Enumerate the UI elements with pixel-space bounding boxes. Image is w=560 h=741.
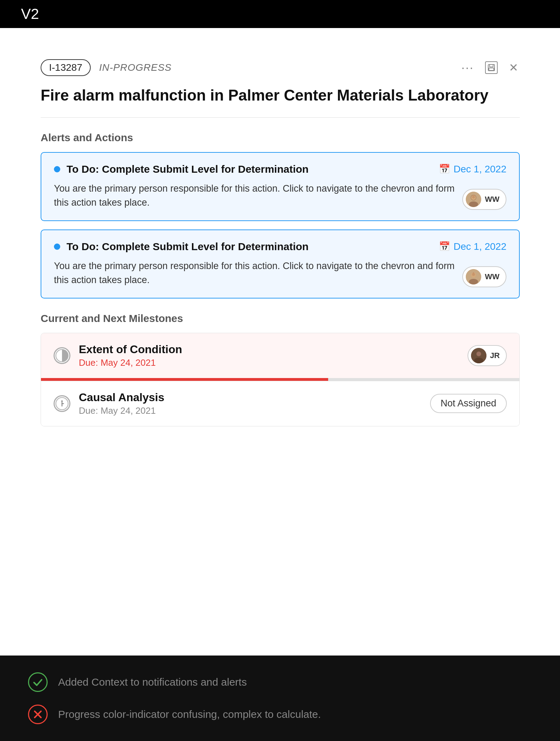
milestone-left-1: Extent of Condition Due: May 24, 2021 [54, 343, 182, 368]
milestone-row-2[interactable]: Causal Analysis Due: May 24, 2021 Not As… [41, 381, 519, 426]
alerts-section-title: Alerts and Actions [41, 132, 520, 144]
assignee-pill-1[interactable]: WW [462, 189, 506, 210]
svg-rect-2 [489, 68, 494, 70]
svg-rect-1 [490, 64, 493, 67]
avatar-initials-jr: JR [490, 351, 500, 360]
alert-body-2: You are the primary person responsible f… [54, 259, 455, 287]
feedback-row-2: Progress color-indicator confusing, comp… [28, 705, 532, 724]
version-label: V2 [21, 6, 39, 22]
milestone-row-1[interactable]: Extent of Condition Due: May 24, 2021 [41, 333, 519, 378]
assignee-jr-pill[interactable]: JR [468, 345, 507, 366]
close-button[interactable] [507, 60, 520, 76]
avatar-initials-1: WW [485, 195, 499, 204]
feedback-text-2: Progress color-indicator confusing, comp… [58, 708, 321, 720]
alert-title-row-2: To Do: Complete Submit Level for Determi… [54, 241, 309, 253]
blue-dot-2 [54, 243, 60, 250]
alert-title-row-1: To Do: Complete Submit Level for Determi… [54, 163, 309, 175]
dots-icon [461, 60, 474, 75]
milestones-card: Extent of Condition Due: May 24, 2021 [41, 333, 520, 426]
milestone-name-2: Causal Analysis [79, 391, 164, 404]
title-divider [41, 117, 520, 118]
svg-point-14 [477, 352, 481, 356]
blue-dot-1 [54, 166, 60, 172]
milestone-icon-1 [54, 347, 70, 364]
milestones-section-title: Current and Next Milestones [41, 313, 520, 324]
milestone-due-2: Due: May 24, 2021 [79, 405, 164, 416]
alert-title-1: To Do: Complete Submit Level for Determi… [67, 163, 309, 175]
page-wrapper: V2 I-13287 IN-PROGRESS [0, 0, 560, 741]
alert-top-row-2: To Do: Complete Submit Level for Determi… [54, 241, 506, 253]
not-assigned-label: Not Assigned [441, 398, 496, 409]
svg-point-16 [61, 400, 63, 402]
milestones-section: Current and Next Milestones [41, 313, 520, 426]
feedback-row-1: Added Context to notifications and alert… [28, 672, 532, 692]
alert-top-row-1: To Do: Complete Submit Level for Determi… [54, 163, 506, 175]
error-icon [28, 705, 48, 724]
alert-date-text-2: Dec 1, 2022 [454, 241, 506, 252]
success-icon [28, 672, 48, 692]
milestone-info-2: Causal Analysis Due: May 24, 2021 [79, 391, 164, 416]
calendar-icon-2: 📅 [439, 241, 450, 252]
more-options-button[interactable] [460, 59, 475, 76]
alert-card-2[interactable]: To Do: Complete Submit Level for Determi… [41, 229, 520, 299]
alert-body-1: You are the primary person responsible f… [54, 181, 455, 210]
alert-date-text-1: Dec 1, 2022 [454, 164, 506, 175]
header-left: I-13287 IN-PROGRESS [41, 59, 172, 76]
svg-point-13 [474, 358, 483, 363]
header-right [460, 59, 520, 76]
milestone-info-1: Extent of Condition Due: May 24, 2021 [79, 343, 182, 368]
alert-date-2: 📅 Dec 1, 2022 [439, 241, 506, 252]
main-card: I-13287 IN-PROGRESS [21, 42, 539, 447]
svg-point-5 [469, 201, 478, 207]
milestone-icon-2 [54, 395, 70, 412]
assignee-pill-2[interactable]: WW [462, 266, 506, 287]
ticket-id-badge: I-13287 [41, 59, 91, 76]
milestone-left-2: Causal Analysis Due: May 24, 2021 [54, 391, 164, 416]
card-header: I-13287 IN-PROGRESS [41, 59, 520, 76]
avatar-jr-img [471, 348, 486, 363]
alert-bottom-row-2: You are the primary person responsible f… [54, 259, 506, 287]
avatar-initials-2: WW [485, 272, 499, 281]
close-icon [509, 61, 518, 74]
status-label: IN-PROGRESS [99, 62, 172, 73]
milestone-name-1: Extent of Condition [79, 343, 182, 356]
svg-point-9 [469, 279, 478, 284]
alert-date-1: 📅 Dec 1, 2022 [439, 164, 506, 175]
alert-card-1[interactable]: To Do: Complete Submit Level for Determi… [41, 152, 520, 221]
calendar-icon-1: 📅 [439, 164, 450, 174]
save-icon [485, 61, 498, 74]
alert-title-2: To Do: Complete Submit Level for Determi… [67, 241, 309, 253]
feedback-text-1: Added Context to notifications and alert… [58, 676, 247, 688]
card-title: Fire alarm malfunction in Palmer Center … [41, 86, 520, 105]
not-assigned-pill[interactable]: Not Assigned [430, 394, 507, 413]
save-button[interactable] [484, 60, 499, 75]
top-bar: V2 [0, 0, 560, 28]
progress-bar-fill-1 [41, 378, 328, 381]
avatar-img-2 [466, 269, 481, 284]
avatar-img-1 [466, 192, 481, 207]
progress-bar-container-1 [41, 378, 519, 381]
alert-bottom-row-1: You are the primary person responsible f… [54, 181, 506, 210]
milestone-due-1: Due: May 24, 2021 [79, 357, 182, 368]
bottom-bar: Added Context to notifications and alert… [0, 656, 560, 741]
